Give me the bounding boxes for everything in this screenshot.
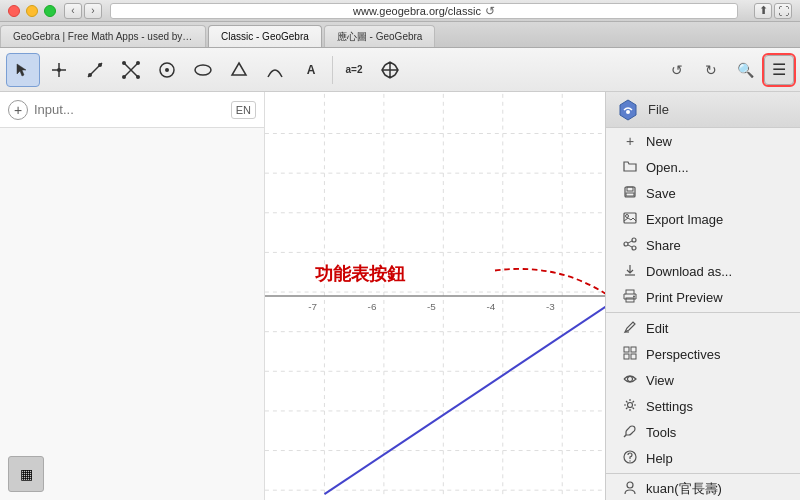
download-icon xyxy=(622,263,638,280)
hamburger-menu-button[interactable]: ☰ xyxy=(764,55,794,85)
maximize-button[interactable] xyxy=(44,5,56,17)
help-icon xyxy=(622,450,638,467)
svg-text:-7: -7 xyxy=(308,301,317,312)
left-panel: + EN ▦ xyxy=(0,92,265,500)
svg-rect-83 xyxy=(626,290,634,294)
menu-item-tools[interactable]: Tools xyxy=(606,419,800,445)
menu-item-download[interactable]: Download as... xyxy=(606,258,800,284)
menu-item-help[interactable]: Help xyxy=(606,445,800,471)
menu-item-export-image[interactable]: Export Image xyxy=(606,206,800,232)
input-bar: + EN xyxy=(0,92,264,128)
tool-line[interactable] xyxy=(78,53,112,87)
svg-line-93 xyxy=(624,435,626,437)
svg-line-81 xyxy=(628,245,632,247)
forward-button[interactable]: › xyxy=(84,3,102,19)
svg-point-85 xyxy=(633,295,635,297)
tab-yingxin[interactable]: 應心圖 - GeoGebra xyxy=(324,25,436,47)
menu-item-user[interactable]: kuan(官長壽) xyxy=(606,476,800,500)
menu-item-perspectives[interactable]: Perspectives xyxy=(606,341,800,367)
abc-icon: a=2 xyxy=(346,64,363,75)
menu-user-label: kuan(官長壽) xyxy=(646,480,722,498)
grid-icon[interactable]: ▦ xyxy=(8,456,44,492)
menu-new-label: New xyxy=(646,134,672,149)
svg-rect-88 xyxy=(631,347,636,352)
perspectives-icon xyxy=(622,346,638,363)
svg-point-9 xyxy=(136,75,140,79)
share-menu-icon xyxy=(622,237,638,254)
svg-rect-89 xyxy=(624,354,629,359)
svg-point-78 xyxy=(624,242,628,246)
undo-button[interactable]: ↺ xyxy=(662,55,692,85)
window-controls: ⬆ ⛶ xyxy=(754,3,792,19)
menu-item-settings[interactable]: Settings xyxy=(606,393,800,419)
user-icon xyxy=(622,481,638,498)
language-button[interactable]: EN xyxy=(231,101,256,119)
close-button[interactable] xyxy=(8,5,20,17)
menu-item-print[interactable]: Print Preview xyxy=(606,284,800,310)
tab-geogebra-classic[interactable]: Classic - GeoGebra xyxy=(208,25,322,47)
menu-view-label: View xyxy=(646,373,674,388)
bottom-panel-icon: ▦ xyxy=(8,456,44,492)
svg-point-79 xyxy=(632,246,636,250)
search-button[interactable]: 🔍 xyxy=(730,55,760,85)
tool-circle[interactable] xyxy=(150,53,184,87)
tab-geogebra-main[interactable]: GeoGebra | Free Math Apps - used by over… xyxy=(0,25,206,47)
toolbar-right: ↺ ↻ 🔍 ☰ xyxy=(662,55,794,85)
text-icon: A xyxy=(307,63,316,77)
minimize-button[interactable] xyxy=(26,5,38,17)
menu-item-new[interactable]: + New xyxy=(606,128,800,154)
plus-icon: + xyxy=(622,133,638,149)
svg-point-96 xyxy=(627,482,633,488)
menu-tools-label: Tools xyxy=(646,425,676,440)
menu-download-label: Download as... xyxy=(646,264,732,279)
svg-rect-73 xyxy=(627,187,633,191)
tools-icon xyxy=(622,424,638,441)
edit-icon xyxy=(622,320,638,337)
svg-point-14 xyxy=(195,65,211,75)
fullscreen-button[interactable]: ⛶ xyxy=(774,3,792,19)
tool-move[interactable] xyxy=(373,53,407,87)
svg-point-91 xyxy=(628,376,633,381)
svg-rect-87 xyxy=(624,347,629,352)
tool-select[interactable] xyxy=(6,53,40,87)
menu-edit-label: Edit xyxy=(646,321,668,336)
svg-point-10 xyxy=(136,61,140,65)
tool-abc[interactable]: a=2 xyxy=(337,53,371,87)
menu-item-save[interactable]: Save xyxy=(606,180,800,206)
menu-item-view[interactable]: View xyxy=(606,367,800,393)
address-bar[interactable]: www.geogebra.org/classic ↺ xyxy=(110,3,738,19)
menu-settings-label: Settings xyxy=(646,399,693,414)
svg-point-76 xyxy=(626,214,629,217)
tool-intersect[interactable] xyxy=(114,53,148,87)
tool-text[interactable]: A xyxy=(294,53,328,87)
svg-point-5 xyxy=(98,63,102,67)
image-icon xyxy=(622,212,638,227)
svg-marker-15 xyxy=(232,63,246,75)
svg-text:-4: -4 xyxy=(486,301,495,312)
menu-item-edit[interactable]: Edit xyxy=(606,315,800,341)
redo-button[interactable]: ↻ xyxy=(696,55,726,85)
share-button[interactable]: ⬆ xyxy=(754,3,772,19)
tool-point[interactable] xyxy=(42,53,76,87)
menu-perspectives-label: Perspectives xyxy=(646,347,720,362)
view-icon xyxy=(622,372,638,389)
tool-scissors[interactable] xyxy=(258,53,292,87)
input-field[interactable] xyxy=(34,102,225,117)
nav-buttons: ‹ › xyxy=(64,3,102,19)
menu-separator-1 xyxy=(606,312,800,313)
back-button[interactable]: ‹ xyxy=(64,3,82,19)
menu-item-open[interactable]: Open... xyxy=(606,154,800,180)
svg-point-11 xyxy=(122,75,126,79)
menu-item-share[interactable]: Share xyxy=(606,232,800,258)
tool-ellipse[interactable] xyxy=(186,53,220,87)
menu-save-label: Save xyxy=(646,186,676,201)
svg-point-95 xyxy=(629,460,630,461)
reload-button[interactable]: ↺ xyxy=(485,4,495,18)
url-text: www.geogebra.org/classic xyxy=(353,5,481,17)
svg-point-71 xyxy=(626,110,630,114)
settings-icon xyxy=(622,398,638,415)
menu-print-label: Print Preview xyxy=(646,290,723,305)
add-button[interactable]: + xyxy=(8,100,28,120)
tool-polygon[interactable] xyxy=(222,53,256,87)
title-bar: ‹ › www.geogebra.org/classic ↺ ⬆ ⛶ xyxy=(0,0,800,22)
